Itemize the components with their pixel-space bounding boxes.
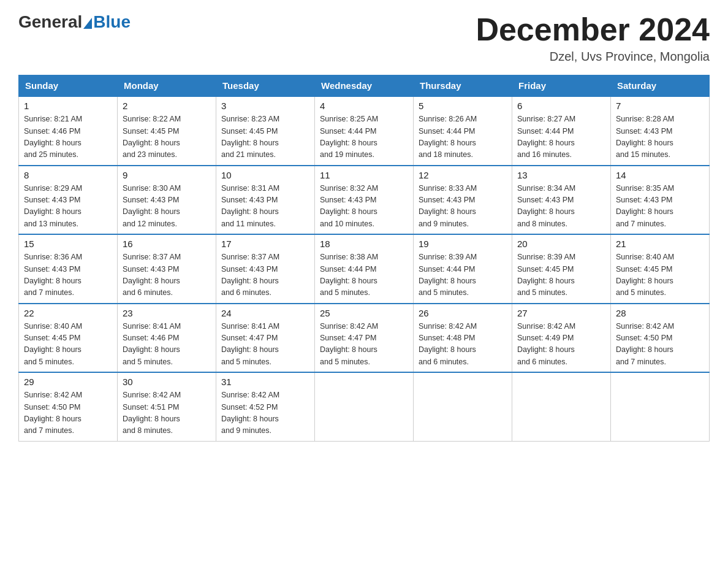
day-number: 10 xyxy=(221,170,309,180)
day-cell: 5 Sunrise: 8:26 AMSunset: 4:44 PMDayligh… xyxy=(414,96,512,166)
week-row-3: 15 Sunrise: 8:36 AMSunset: 4:43 PMDaylig… xyxy=(19,234,710,304)
day-info: Sunrise: 8:42 AMSunset: 4:48 PMDaylight:… xyxy=(419,322,477,366)
day-info: Sunrise: 8:42 AMSunset: 4:52 PMDaylight:… xyxy=(221,391,279,435)
calendar-table: SundayMondayTuesdayWednesdayThursdayFrid… xyxy=(18,75,710,442)
day-number: 3 xyxy=(221,101,309,111)
day-info: Sunrise: 8:42 AMSunset: 4:51 PMDaylight:… xyxy=(123,391,181,435)
day-number: 13 xyxy=(517,170,605,180)
day-info: Sunrise: 8:42 AMSunset: 4:50 PMDaylight:… xyxy=(24,391,82,435)
location-text: Dzel, Uvs Province, Mongolia xyxy=(476,50,710,64)
day-cell: 14 Sunrise: 8:35 AMSunset: 4:43 PMDaylig… xyxy=(611,166,710,235)
day-cell: 18 Sunrise: 8:38 AMSunset: 4:44 PMDaylig… xyxy=(315,234,414,304)
header-friday: Friday xyxy=(512,75,611,97)
day-number: 6 xyxy=(517,101,605,111)
day-cell xyxy=(414,372,512,441)
day-number: 26 xyxy=(419,308,507,318)
day-info: Sunrise: 8:32 AMSunset: 4:43 PMDaylight:… xyxy=(320,184,378,228)
day-info: Sunrise: 8:25 AMSunset: 4:44 PMDaylight:… xyxy=(320,115,378,159)
day-info: Sunrise: 8:29 AMSunset: 4:43 PMDaylight:… xyxy=(24,184,82,228)
day-number: 16 xyxy=(123,239,211,249)
day-cell: 27 Sunrise: 8:42 AMSunset: 4:49 PMDaylig… xyxy=(512,304,611,373)
day-cell: 28 Sunrise: 8:42 AMSunset: 4:50 PMDaylig… xyxy=(611,304,710,373)
day-cell: 29 Sunrise: 8:42 AMSunset: 4:50 PMDaylig… xyxy=(19,372,118,441)
header-sunday: Sunday xyxy=(19,75,118,97)
day-number: 12 xyxy=(419,170,507,180)
day-cell: 3 Sunrise: 8:23 AMSunset: 4:45 PMDayligh… xyxy=(216,96,315,166)
day-cell: 23 Sunrise: 8:41 AMSunset: 4:46 PMDaylig… xyxy=(118,304,216,373)
day-info: Sunrise: 8:39 AMSunset: 4:45 PMDaylight:… xyxy=(517,253,575,297)
day-cell: 9 Sunrise: 8:30 AMSunset: 4:43 PMDayligh… xyxy=(118,166,216,235)
day-cell: 15 Sunrise: 8:36 AMSunset: 4:43 PMDaylig… xyxy=(19,234,118,304)
day-number: 14 xyxy=(616,170,704,180)
header-row: SundayMondayTuesdayWednesdayThursdayFrid… xyxy=(19,75,710,97)
day-info: Sunrise: 8:35 AMSunset: 4:43 PMDaylight:… xyxy=(616,184,674,228)
day-number: 2 xyxy=(123,101,211,111)
week-row-5: 29 Sunrise: 8:42 AMSunset: 4:50 PMDaylig… xyxy=(19,372,710,441)
day-number: 28 xyxy=(616,308,704,318)
day-info: Sunrise: 8:39 AMSunset: 4:44 PMDaylight:… xyxy=(419,253,477,297)
header-thursday: Thursday xyxy=(414,75,512,97)
logo-triangle-icon xyxy=(83,18,92,29)
day-cell: 12 Sunrise: 8:33 AMSunset: 4:43 PMDaylig… xyxy=(414,166,512,235)
day-cell: 4 Sunrise: 8:25 AMSunset: 4:44 PMDayligh… xyxy=(315,96,414,166)
day-info: Sunrise: 8:26 AMSunset: 4:44 PMDaylight:… xyxy=(419,115,477,159)
day-cell: 30 Sunrise: 8:42 AMSunset: 4:51 PMDaylig… xyxy=(118,372,216,441)
day-number: 25 xyxy=(320,308,408,318)
title-block: December 2024 Dzel, Uvs Province, Mongol… xyxy=(476,12,710,64)
day-cell: 31 Sunrise: 8:42 AMSunset: 4:52 PMDaylig… xyxy=(216,372,315,441)
day-number: 22 xyxy=(24,308,112,318)
day-number: 1 xyxy=(24,101,112,111)
day-number: 27 xyxy=(517,308,605,318)
day-number: 11 xyxy=(320,170,408,180)
day-number: 24 xyxy=(221,308,309,318)
day-info: Sunrise: 8:42 AMSunset: 4:47 PMDaylight:… xyxy=(320,322,378,366)
page-header: General Blue December 2024 Dzel, Uvs Pro… xyxy=(18,12,710,64)
day-number: 9 xyxy=(123,170,211,180)
day-info: Sunrise: 8:31 AMSunset: 4:43 PMDaylight:… xyxy=(221,184,279,228)
day-cell: 7 Sunrise: 8:28 AMSunset: 4:43 PMDayligh… xyxy=(611,96,710,166)
day-info: Sunrise: 8:28 AMSunset: 4:43 PMDaylight:… xyxy=(616,115,674,159)
header-tuesday: Tuesday xyxy=(216,75,315,97)
day-cell: 6 Sunrise: 8:27 AMSunset: 4:44 PMDayligh… xyxy=(512,96,611,166)
week-row-4: 22 Sunrise: 8:40 AMSunset: 4:45 PMDaylig… xyxy=(19,304,710,373)
day-cell: 19 Sunrise: 8:39 AMSunset: 4:44 PMDaylig… xyxy=(414,234,512,304)
week-row-1: 1 Sunrise: 8:21 AMSunset: 4:46 PMDayligh… xyxy=(19,96,710,166)
day-number: 7 xyxy=(616,101,704,111)
day-number: 18 xyxy=(320,239,408,249)
day-cell xyxy=(611,372,710,441)
logo-blue-text: Blue xyxy=(93,12,131,32)
day-cell: 2 Sunrise: 8:22 AMSunset: 4:45 PMDayligh… xyxy=(118,96,216,166)
day-number: 23 xyxy=(123,308,211,318)
day-cell: 13 Sunrise: 8:34 AMSunset: 4:43 PMDaylig… xyxy=(512,166,611,235)
day-info: Sunrise: 8:41 AMSunset: 4:46 PMDaylight:… xyxy=(123,322,181,366)
day-number: 30 xyxy=(123,377,211,387)
day-info: Sunrise: 8:23 AMSunset: 4:45 PMDaylight:… xyxy=(221,115,279,159)
day-number: 8 xyxy=(24,170,112,180)
header-saturday: Saturday xyxy=(611,75,710,97)
day-cell: 16 Sunrise: 8:37 AMSunset: 4:43 PMDaylig… xyxy=(118,234,216,304)
logo-general-text: General xyxy=(18,12,82,32)
day-number: 29 xyxy=(24,377,112,387)
logo: General Blue xyxy=(18,12,131,32)
day-info: Sunrise: 8:41 AMSunset: 4:47 PMDaylight:… xyxy=(221,322,279,366)
day-cell: 26 Sunrise: 8:42 AMSunset: 4:48 PMDaylig… xyxy=(414,304,512,373)
day-number: 20 xyxy=(517,239,605,249)
day-number: 5 xyxy=(419,101,507,111)
day-info: Sunrise: 8:42 AMSunset: 4:50 PMDaylight:… xyxy=(616,322,674,366)
day-cell: 17 Sunrise: 8:37 AMSunset: 4:43 PMDaylig… xyxy=(216,234,315,304)
week-row-2: 8 Sunrise: 8:29 AMSunset: 4:43 PMDayligh… xyxy=(19,166,710,235)
day-info: Sunrise: 8:36 AMSunset: 4:43 PMDaylight:… xyxy=(24,253,82,297)
day-info: Sunrise: 8:40 AMSunset: 4:45 PMDaylight:… xyxy=(616,253,674,297)
day-number: 15 xyxy=(24,239,112,249)
day-cell: 10 Sunrise: 8:31 AMSunset: 4:43 PMDaylig… xyxy=(216,166,315,235)
day-cell: 21 Sunrise: 8:40 AMSunset: 4:45 PMDaylig… xyxy=(611,234,710,304)
day-info: Sunrise: 8:37 AMSunset: 4:43 PMDaylight:… xyxy=(221,253,279,297)
day-info: Sunrise: 8:22 AMSunset: 4:45 PMDaylight:… xyxy=(123,115,181,159)
day-cell: 11 Sunrise: 8:32 AMSunset: 4:43 PMDaylig… xyxy=(315,166,414,235)
day-number: 4 xyxy=(320,101,408,111)
day-cell: 1 Sunrise: 8:21 AMSunset: 4:46 PMDayligh… xyxy=(19,96,118,166)
day-cell: 25 Sunrise: 8:42 AMSunset: 4:47 PMDaylig… xyxy=(315,304,414,373)
day-info: Sunrise: 8:37 AMSunset: 4:43 PMDaylight:… xyxy=(123,253,181,297)
month-title: December 2024 xyxy=(476,12,710,47)
day-info: Sunrise: 8:21 AMSunset: 4:46 PMDaylight:… xyxy=(24,115,82,159)
